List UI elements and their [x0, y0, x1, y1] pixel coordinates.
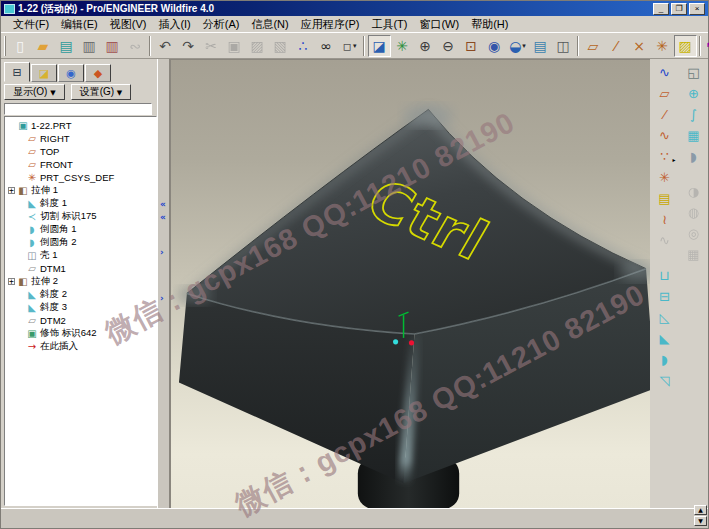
- style-tool-button[interactable]: ◗: [682, 146, 706, 167]
- tree-item-dtm1[interactable]: ▱ DTM1: [7, 262, 156, 275]
- model-tree-tab[interactable]: ⊟: [4, 62, 30, 82]
- tree-item-insert-here[interactable]: → 在此插入: [7, 340, 156, 353]
- open-file-button[interactable]: ▰: [32, 35, 55, 57]
- history-tab[interactable]: ◆: [85, 64, 111, 82]
- copy-button[interactable]: ▣: [223, 35, 246, 57]
- tree-item-draft2[interactable]: ◣ 斜度 2: [7, 288, 156, 301]
- selection-filter-button[interactable]: ▫▾: [338, 35, 361, 57]
- tree-item-extrude1[interactable]: + ◧ 拉伸 1: [7, 184, 156, 197]
- folder-browser-tab[interactable]: ◪: [31, 64, 57, 82]
- extrude-tool-button[interactable]: ◱: [682, 62, 706, 83]
- toolbar-button[interactable]: [147, 35, 154, 57]
- revolve-tool-button[interactable]: ⊕: [682, 83, 706, 104]
- datum-axis-display-toggle[interactable]: ⁄: [605, 35, 628, 57]
- print-button[interactable]: ▥: [78, 35, 101, 57]
- toolbar-button[interactable]: [361, 35, 368, 57]
- menu-help[interactable]: 帮助(H): [465, 16, 514, 33]
- datum-csys-tool-button[interactable]: ✳: [653, 167, 677, 188]
- sweep-tool-button[interactable]: ∫: [682, 104, 706, 125]
- chamfer-tool-button[interactable]: ◹: [653, 370, 677, 391]
- menu-insert[interactable]: 插入(I): [152, 16, 196, 33]
- tree-item-right[interactable]: ▱ RIGHT: [7, 132, 156, 145]
- save-button[interactable]: ▤: [55, 35, 78, 57]
- menu-applications[interactable]: 应用程序(P): [295, 16, 366, 33]
- boundary-blend-tool-button[interactable]: ▦: [682, 125, 706, 146]
- menu-analysis[interactable]: 分析(A): [197, 16, 246, 33]
- regenerate-button[interactable]: ∴: [292, 35, 315, 57]
- context-help-button[interactable]: ↖?: [704, 35, 709, 57]
- expand-chevron[interactable]: ›: [160, 247, 164, 257]
- tree-item-round2[interactable]: ◗ 倒圆角 2: [7, 236, 156, 249]
- redo-button[interactable]: ↷: [177, 35, 200, 57]
- tree-item-top[interactable]: ▱ TOP: [7, 145, 156, 158]
- orient-mode-button[interactable]: ◉: [483, 35, 506, 57]
- tree-item-part[interactable]: ▣ 1-22.PRT: [7, 119, 156, 132]
- find-button[interactable]: ∞: [315, 35, 338, 57]
- tree-filter-input[interactable]: [4, 103, 152, 115]
- tree-item-cut[interactable]: ≺ 切割 标识175: [7, 210, 156, 223]
- zoom-in-button[interactable]: ⊕: [414, 35, 437, 57]
- datum-axis-tool-button[interactable]: ⁄: [653, 104, 677, 125]
- sketched-curve-button[interactable]: ∿: [653, 230, 677, 251]
- tree-show-button[interactable]: 显示(O) ▼: [4, 84, 65, 100]
- tree-item-dtm2[interactable]: ▱ DTM2: [7, 314, 156, 327]
- mirror-tool-button[interactable]: ◑: [682, 181, 706, 202]
- navigator-splitter[interactable]: ««››: [157, 59, 170, 508]
- collapse-chevron[interactable]: «: [160, 212, 166, 222]
- paste-button[interactable]: ▨: [246, 35, 269, 57]
- refit-button[interactable]: ⊡: [460, 35, 483, 57]
- tree-item-draft1[interactable]: ◣ 斜度 1: [7, 197, 156, 210]
- zoom-out-button[interactable]: ⊖: [437, 35, 460, 57]
- datum-plane-display-toggle[interactable]: ▱: [582, 35, 605, 57]
- side-toolbar-button[interactable]: [682, 167, 706, 181]
- undo-button[interactable]: ↶: [154, 35, 177, 57]
- view-manager-button[interactable]: ◫: [552, 35, 575, 57]
- annotation-feature-button[interactable]: ▤: [653, 188, 677, 209]
- tree-item-extrude2[interactable]: + ◧ 拉伸 2: [7, 275, 156, 288]
- pattern-tool-button[interactable]: ▦: [682, 244, 706, 265]
- merge-tool-button[interactable]: ◍: [682, 202, 706, 223]
- sketch-tool-button[interactable]: ∿: [653, 62, 677, 83]
- collapse-chevron[interactable]: «: [160, 199, 166, 209]
- toolbar-button[interactable]: [575, 35, 582, 57]
- expander-icon[interactable]: +: [8, 187, 15, 194]
- email-button[interactable]: ▥: [101, 35, 124, 57]
- annotation-display-toggle[interactable]: ▨: [674, 35, 697, 57]
- tree-item-csys[interactable]: ✳ PRT_CSYS_DEF: [7, 171, 156, 184]
- tree-item-cosmetic[interactable]: ▣ 修饰 标识642: [7, 327, 156, 340]
- spin-center-button[interactable]: ✳: [391, 35, 414, 57]
- menu-edit[interactable]: 编辑(E): [55, 16, 104, 33]
- shell-tool-button[interactable]: ⊟: [653, 286, 677, 307]
- datum-csys-display-toggle[interactable]: ✳: [651, 35, 674, 57]
- hole-tool-button[interactable]: ⊔: [653, 265, 677, 286]
- saved-views-button[interactable]: ◒▾: [506, 35, 529, 57]
- paste-special-button[interactable]: ▧: [269, 35, 292, 57]
- expander-icon[interactable]: +: [8, 278, 15, 285]
- toolbar-scroll-down-button[interactable]: ▼: [694, 516, 707, 526]
- redraw-button[interactable]: ◪: [368, 35, 391, 57]
- new-file-button[interactable]: ▯: [9, 35, 32, 57]
- menu-tools[interactable]: 工具(T): [365, 16, 413, 33]
- rib-tool-button[interactable]: ◺: [653, 307, 677, 328]
- tree-item-round1[interactable]: ◗ 倒圆角 1: [7, 223, 156, 236]
- tree-settings-button[interactable]: 设置(G) ▼: [71, 84, 132, 100]
- tree-item-front[interactable]: ▱ FRONT: [7, 158, 156, 171]
- datum-point-tool-button[interactable]: ∵▸: [653, 146, 677, 167]
- draft-tool-button[interactable]: ◣: [653, 328, 677, 349]
- datum-plane-tool-button[interactable]: ▱: [653, 83, 677, 104]
- favorites-tab[interactable]: ◉: [58, 64, 84, 82]
- toolbar-grip[interactable]: [4, 36, 6, 56]
- toolbar-scroll-up-button[interactable]: ▲: [694, 505, 707, 515]
- menu-window[interactable]: 窗口(W): [413, 16, 465, 33]
- tree-item-draft3[interactable]: ◣ 斜度 3: [7, 301, 156, 314]
- minimize-button[interactable]: _: [653, 3, 669, 15]
- round-tool-button[interactable]: ◗: [653, 349, 677, 370]
- datum-curve-tool-button[interactable]: ∿: [653, 125, 677, 146]
- cut-button[interactable]: ✂: [200, 35, 223, 57]
- menu-view[interactable]: 视图(V): [104, 16, 153, 33]
- cosmetic-thread-button[interactable]: ≀: [653, 209, 677, 230]
- erase-button[interactable]: ∾: [124, 35, 147, 57]
- side-toolbar-button[interactable]: [653, 251, 677, 265]
- menu-file[interactable]: 文件(F): [7, 16, 55, 33]
- datum-point-display-toggle[interactable]: ×: [628, 35, 651, 57]
